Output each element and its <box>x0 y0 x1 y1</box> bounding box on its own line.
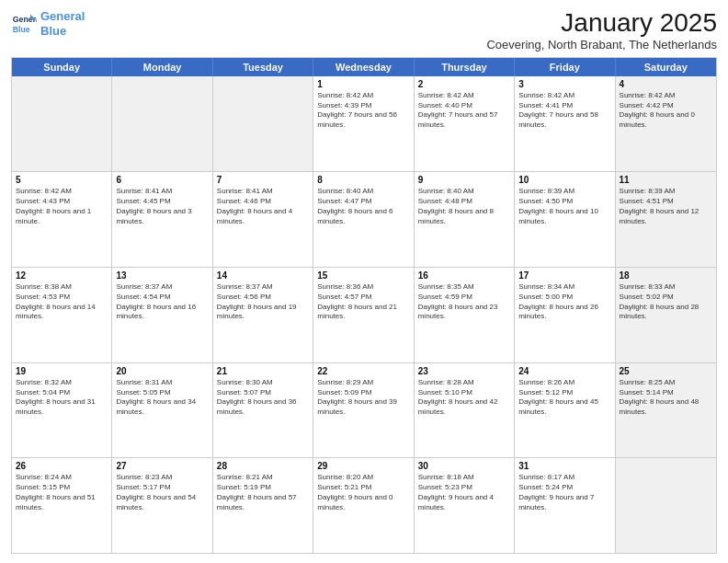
day-number: 11 <box>620 175 712 185</box>
header-day: Tuesday <box>213 58 313 76</box>
day-number: 6 <box>116 175 208 185</box>
cell-content: Sunrise: 8:35 AM Sunset: 4:59 PM Dayligh… <box>418 282 510 322</box>
day-number: 20 <box>116 366 208 376</box>
cell-content: Sunrise: 8:42 AM Sunset: 4:43 PM Dayligh… <box>16 187 108 226</box>
calendar-row: 26Sunrise: 8:24 AM Sunset: 5:15 PM Dayli… <box>12 457 716 553</box>
header-day: Thursday <box>415 58 515 76</box>
day-number: 31 <box>518 461 610 471</box>
calendar-cell: 23Sunrise: 8:28 AM Sunset: 5:10 PM Dayli… <box>415 363 515 458</box>
calendar-cell: 17Sunrise: 8:34 AM Sunset: 5:00 PM Dayli… <box>515 268 615 362</box>
day-number: 5 <box>16 175 108 185</box>
calendar-cell: 10Sunrise: 8:39 AM Sunset: 4:50 PM Dayli… <box>515 172 615 267</box>
day-number: 21 <box>217 366 309 376</box>
header: General Blue GeneralBlue January 2025 Co… <box>11 9 717 52</box>
day-number: 27 <box>116 461 208 471</box>
cell-content: Sunrise: 8:26 AM Sunset: 5:12 PM Dayligh… <box>518 378 610 418</box>
day-number: 4 <box>620 79 712 89</box>
cell-content: Sunrise: 8:25 AM Sunset: 5:14 PM Dayligh… <box>620 378 712 418</box>
cell-content: Sunrise: 8:36 AM Sunset: 4:57 PM Dayligh… <box>317 282 409 322</box>
day-number: 14 <box>217 270 309 281</box>
calendar-cell: 24Sunrise: 8:26 AM Sunset: 5:12 PM Dayli… <box>515 363 615 458</box>
header-day: Wednesday <box>313 58 414 76</box>
calendar-cell: 3Sunrise: 8:42 AM Sunset: 4:41 PM Daylig… <box>515 76 615 172</box>
cell-content: Sunrise: 8:23 AM Sunset: 5:17 PM Dayligh… <box>116 473 208 512</box>
calendar-cell: 14Sunrise: 8:37 AM Sunset: 4:56 PM Dayli… <box>213 268 313 362</box>
cell-content: Sunrise: 8:24 AM Sunset: 5:15 PM Dayligh… <box>16 473 108 512</box>
header-day: Sunday <box>12 58 112 76</box>
cell-content: Sunrise: 8:33 AM Sunset: 5:02 PM Dayligh… <box>620 282 712 322</box>
calendar-cell: 1Sunrise: 8:42 AM Sunset: 4:39 PM Daylig… <box>313 76 414 172</box>
calendar-cell: 29Sunrise: 8:20 AM Sunset: 5:21 PM Dayli… <box>313 458 414 553</box>
cell-content: Sunrise: 8:40 AM Sunset: 4:48 PM Dayligh… <box>418 187 510 226</box>
cell-content: Sunrise: 8:21 AM Sunset: 5:19 PM Dayligh… <box>217 473 309 512</box>
cell-content: Sunrise: 8:42 AM Sunset: 4:41 PM Dayligh… <box>518 91 610 131</box>
day-number: 23 <box>418 366 510 376</box>
logo-icon: General Blue <box>11 11 37 37</box>
calendar-cell <box>213 76 313 172</box>
main-title: January 2025 <box>486 9 717 38</box>
cell-content: Sunrise: 8:20 AM Sunset: 5:21 PM Dayligh… <box>317 473 409 512</box>
day-number: 22 <box>317 366 409 376</box>
cell-content: Sunrise: 8:18 AM Sunset: 5:23 PM Dayligh… <box>418 473 510 512</box>
day-number: 12 <box>16 270 108 281</box>
cell-content: Sunrise: 8:41 AM Sunset: 4:46 PM Dayligh… <box>217 187 309 226</box>
cell-content: Sunrise: 8:42 AM Sunset: 4:39 PM Dayligh… <box>317 91 409 131</box>
day-number: 19 <box>16 366 108 376</box>
calendar-cell: 2Sunrise: 8:42 AM Sunset: 4:40 PM Daylig… <box>415 76 515 172</box>
calendar-cell: 18Sunrise: 8:33 AM Sunset: 5:02 PM Dayli… <box>616 268 716 362</box>
day-number: 28 <box>217 461 309 471</box>
cell-content: Sunrise: 8:17 AM Sunset: 5:24 PM Dayligh… <box>518 473 610 512</box>
calendar-cell: 25Sunrise: 8:25 AM Sunset: 5:14 PM Dayli… <box>616 363 716 458</box>
cell-content: Sunrise: 8:39 AM Sunset: 4:51 PM Dayligh… <box>620 187 712 226</box>
calendar-header: SundayMondayTuesdayWednesdayThursdayFrid… <box>12 58 716 76</box>
day-number: 15 <box>317 270 409 281</box>
calendar-cell: 4Sunrise: 8:42 AM Sunset: 4:42 PM Daylig… <box>616 76 716 172</box>
day-number: 16 <box>418 270 510 281</box>
calendar-cell: 19Sunrise: 8:32 AM Sunset: 5:04 PM Dayli… <box>12 363 112 458</box>
cell-content: Sunrise: 8:40 AM Sunset: 4:47 PM Dayligh… <box>317 187 409 226</box>
cell-content: Sunrise: 8:42 AM Sunset: 4:42 PM Dayligh… <box>620 91 712 131</box>
calendar-cell: 20Sunrise: 8:31 AM Sunset: 5:05 PM Dayli… <box>112 363 212 458</box>
calendar-cell <box>112 76 212 172</box>
cell-content: Sunrise: 8:41 AM Sunset: 4:45 PM Dayligh… <box>116 187 208 226</box>
calendar-cell <box>616 458 716 553</box>
calendar-cell: 8Sunrise: 8:40 AM Sunset: 4:47 PM Daylig… <box>313 172 414 267</box>
calendar-row: 5Sunrise: 8:42 AM Sunset: 4:43 PM Daylig… <box>12 171 716 267</box>
calendar-cell: 12Sunrise: 8:38 AM Sunset: 4:53 PM Dayli… <box>12 268 112 362</box>
day-number: 29 <box>317 461 409 471</box>
subtitle: Coevering, North Brabant, The Netherland… <box>486 38 717 52</box>
day-number: 3 <box>518 79 610 89</box>
header-day: Saturday <box>616 58 716 76</box>
cell-content: Sunrise: 8:37 AM Sunset: 4:56 PM Dayligh… <box>217 282 309 322</box>
calendar-row: 1Sunrise: 8:42 AM Sunset: 4:39 PM Daylig… <box>12 76 716 172</box>
day-number: 24 <box>518 366 610 376</box>
calendar-cell: 16Sunrise: 8:35 AM Sunset: 4:59 PM Dayli… <box>415 268 515 362</box>
day-number: 17 <box>518 270 610 281</box>
cell-content: Sunrise: 8:39 AM Sunset: 4:50 PM Dayligh… <box>518 187 610 226</box>
header-day: Monday <box>112 58 212 76</box>
svg-text:Blue: Blue <box>13 24 30 33</box>
calendar-cell: 13Sunrise: 8:37 AM Sunset: 4:54 PM Dayli… <box>112 268 212 362</box>
calendar-cell: 21Sunrise: 8:30 AM Sunset: 5:07 PM Dayli… <box>213 363 313 458</box>
calendar-body: 1Sunrise: 8:42 AM Sunset: 4:39 PM Daylig… <box>12 76 716 553</box>
calendar-cell: 30Sunrise: 8:18 AM Sunset: 5:23 PM Dayli… <box>415 458 515 553</box>
header-day: Friday <box>515 58 615 76</box>
cell-content: Sunrise: 8:29 AM Sunset: 5:09 PM Dayligh… <box>317 378 409 418</box>
calendar-cell: 31Sunrise: 8:17 AM Sunset: 5:24 PM Dayli… <box>515 458 615 553</box>
calendar-cell: 22Sunrise: 8:29 AM Sunset: 5:09 PM Dayli… <box>313 363 414 458</box>
calendar-cell: 26Sunrise: 8:24 AM Sunset: 5:15 PM Dayli… <box>12 458 112 553</box>
calendar-cell: 28Sunrise: 8:21 AM Sunset: 5:19 PM Dayli… <box>213 458 313 553</box>
cell-content: Sunrise: 8:37 AM Sunset: 4:54 PM Dayligh… <box>116 282 208 322</box>
calendar-cell: 27Sunrise: 8:23 AM Sunset: 5:17 PM Dayli… <box>112 458 212 553</box>
day-number: 10 <box>518 175 610 185</box>
title-block: January 2025 Coevering, North Brabant, T… <box>486 9 717 52</box>
cell-content: Sunrise: 8:34 AM Sunset: 5:00 PM Dayligh… <box>518 282 610 322</box>
day-number: 7 <box>217 175 309 185</box>
cell-content: Sunrise: 8:30 AM Sunset: 5:07 PM Dayligh… <box>217 378 309 418</box>
cell-content: Sunrise: 8:31 AM Sunset: 5:05 PM Dayligh… <box>116 378 208 418</box>
calendar: SundayMondayTuesdayWednesdayThursdayFrid… <box>11 57 717 554</box>
calendar-cell: 7Sunrise: 8:41 AM Sunset: 4:46 PM Daylig… <box>213 172 313 267</box>
logo: General Blue GeneralBlue <box>11 9 85 38</box>
day-number: 18 <box>620 270 712 281</box>
day-number: 8 <box>317 175 409 185</box>
